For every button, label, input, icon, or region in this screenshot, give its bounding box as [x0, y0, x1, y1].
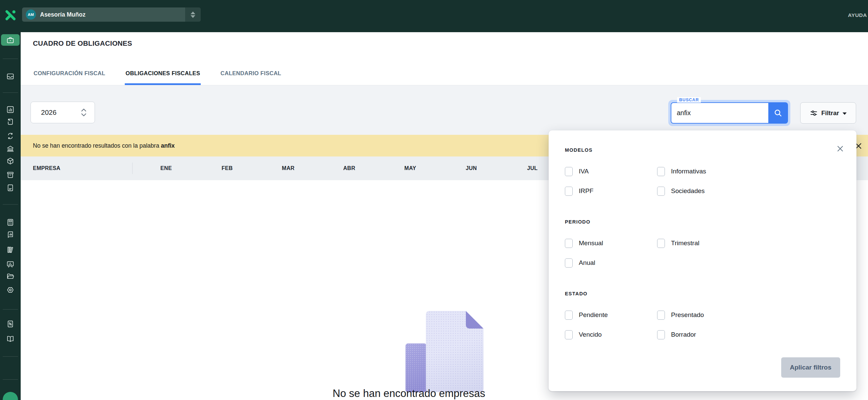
sidebar-item-bar-chart[interactable]: [6, 105, 15, 114]
filter-options-grid: MensualTrimestralAnual: [565, 233, 840, 273]
tab-calendario-fiscal[interactable]: CALENDARIO FISCAL: [220, 70, 282, 85]
sidebar-item-bank[interactable]: [6, 145, 15, 153]
folded-corner: [466, 311, 484, 329]
filter-option-label: Informativas: [671, 168, 706, 175]
sidebar-item-calculator[interactable]: [6, 218, 15, 227]
filter-option-trimestral[interactable]: Trimestral: [657, 233, 749, 253]
sidebar-item-ledger-book[interactable]: [6, 335, 15, 343]
document-export-icon: [6, 118, 15, 126]
filter-option-iva[interactable]: IVA: [565, 162, 657, 181]
tab-obligaciones-fiscales[interactable]: OBLIGACIONES FISCALES: [125, 70, 201, 85]
search-input[interactable]: [671, 102, 768, 124]
column-header-jul: JUL: [527, 156, 537, 180]
search-field-group: BUSCAR: [668, 100, 790, 126]
sidebar-item-document-refresh[interactable]: [6, 132, 15, 140]
filter-section-title: PERIODO: [565, 218, 840, 225]
filter-option-label: Vencido: [579, 331, 602, 338]
filter-section-title: ESTADO: [565, 290, 840, 297]
company-selector-stepper-icon[interactable]: [185, 7, 201, 22]
filter-option-label: Presentado: [671, 311, 704, 319]
sidebar-item-document-export[interactable]: [6, 118, 15, 126]
checkbox-icon[interactable]: [565, 187, 573, 196]
sidebar-divider: [3, 92, 18, 93]
filter-section-periodo: PERIODOMensualTrimestralAnual: [565, 218, 840, 273]
checkbox-icon[interactable]: [565, 167, 573, 176]
year-select[interactable]: 2026: [31, 102, 95, 123]
filter-option-mensual[interactable]: Mensual: [565, 233, 657, 253]
sidebar-divider: [3, 356, 18, 357]
sidebar-item-active[interactable]: [1, 34, 20, 46]
checkbox-icon[interactable]: [657, 239, 665, 248]
checkbox-icon[interactable]: [565, 239, 573, 248]
sidebar-item-folder[interactable]: [6, 272, 15, 280]
filter-option-sociedades[interactable]: Sociedades: [657, 181, 749, 201]
sidebar-item-book-chart[interactable]: [6, 230, 15, 239]
gear-icon: [6, 286, 15, 294]
document-refresh-icon: [6, 132, 15, 140]
filter-option-label: Sociedades: [671, 187, 705, 195]
filter-option-label: Anual: [579, 259, 595, 267]
filter-option-label: Borrador: [671, 331, 696, 338]
filter-option-informativas[interactable]: Informativas: [657, 162, 749, 181]
book-chart-icon: [6, 230, 15, 239]
filter-button[interactable]: Filtrar: [800, 102, 856, 124]
user-avatar[interactable]: [3, 392, 18, 400]
sidebar-item-board-chart[interactable]: [6, 260, 15, 269]
filter-option-pendiente[interactable]: Pendiente: [565, 305, 657, 325]
checkbox-icon[interactable]: [657, 330, 665, 339]
library-icon: [6, 246, 15, 254]
company-selector[interactable]: AM Asesoría Muñoz: [22, 7, 201, 22]
filter-button-label: Filtrar: [821, 109, 839, 117]
tab-configuraci-n-fiscal[interactable]: CONFIGURACIÓN FISCAL: [33, 70, 106, 85]
checkbox-icon[interactable]: [565, 330, 573, 339]
sidebar-item-library[interactable]: [6, 246, 15, 254]
topbar: AM Asesoría Muñoz AYUDA: [0, 0, 868, 32]
no-results-banner-text: No se han encontrado resultados con la p…: [33, 142, 175, 149]
sidebar-item-inbox[interactable]: [6, 72, 15, 81]
company-avatar: AM: [26, 9, 36, 20]
filter-option-label: Trimestral: [671, 239, 699, 247]
filter-option-borrador[interactable]: Borrador: [657, 325, 749, 344]
sidebar-divider: [3, 204, 18, 205]
column-header-jun: JUN: [466, 156, 477, 180]
filter-section-modelos: MODELOSIVAInformativasIRPFSociedades: [565, 147, 840, 201]
checkbox-icon[interactable]: [565, 258, 573, 268]
briefcase-icon: [6, 36, 15, 44]
sidebar-item-archive[interactable]: [6, 171, 15, 179]
anfix-logo-icon[interactable]: [5, 8, 16, 22]
filter-option-presentado[interactable]: Presentado: [657, 305, 749, 325]
column-header-ene: ENE: [160, 156, 172, 180]
checkbox-icon[interactable]: [657, 311, 665, 320]
search-button[interactable]: [768, 102, 788, 124]
inbox-icon: [6, 72, 15, 81]
apply-filters-button[interactable]: Aplicar filtros: [781, 357, 840, 378]
empty-state-illustration-front-document: [426, 311, 484, 392]
checkbox-icon[interactable]: [657, 167, 665, 176]
sidebar-item-invoice[interactable]: [6, 184, 15, 192]
bank-icon: [6, 145, 15, 153]
sidebar-item-tax-document[interactable]: [6, 320, 15, 328]
column-header-empresa: EMPRESA: [33, 156, 60, 180]
bar-chart-icon: [6, 105, 15, 114]
page-header: CUADRO DE OBLIGACIONES: [21, 32, 868, 55]
column-divider: [132, 163, 133, 174]
column-header-abr: ABR: [343, 156, 355, 180]
tab-bar: CONFIGURACIÓN FISCALOBLIGACIONES FISCALE…: [21, 55, 868, 85]
filter-option-vencido[interactable]: Vencido: [565, 325, 657, 344]
sidebar-item-package[interactable]: [6, 157, 15, 165]
checkbox-icon[interactable]: [565, 311, 573, 320]
year-stepper-arrows-icon: [80, 108, 87, 117]
package-icon: [6, 157, 15, 165]
sidebar-item-gear[interactable]: [6, 286, 15, 294]
filter-panel-close-icon[interactable]: [836, 145, 844, 153]
filter-option-irpf[interactable]: IRPF: [565, 181, 657, 201]
column-header-mar: MAR: [282, 156, 294, 180]
empty-state-message: No se han encontrado empresas: [333, 387, 485, 400]
filter-section-estado: ESTADOPendientePresentadoVencidoBorrador: [565, 290, 840, 344]
checkbox-icon[interactable]: [657, 187, 665, 196]
column-header-feb: FEB: [222, 156, 233, 180]
filter-option-anual[interactable]: Anual: [565, 253, 657, 273]
calculator-icon: [6, 218, 15, 227]
help-link[interactable]: AYUDA: [848, 12, 867, 18]
filter-section-title: MODELOS: [565, 147, 840, 153]
